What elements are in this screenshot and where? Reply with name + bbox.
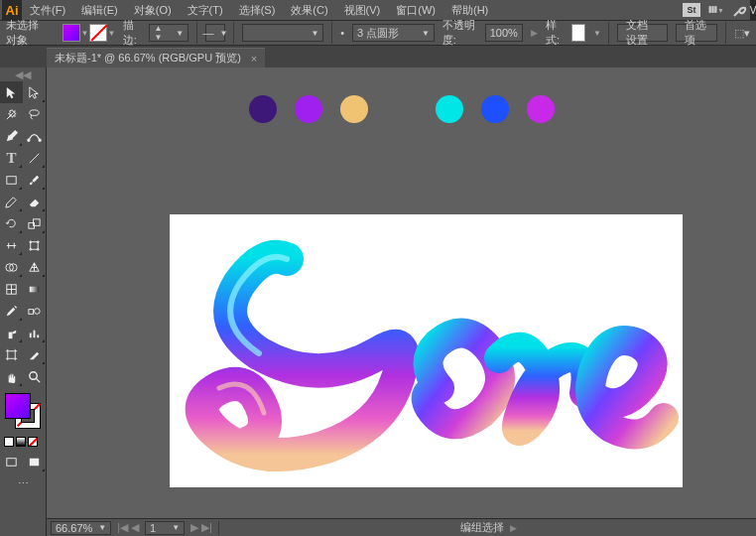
right-edge-char: V: [750, 0, 756, 20]
svg-point-4: [28, 139, 30, 141]
perspective-tool[interactable]: [23, 256, 46, 278]
fill-swatch[interactable]: [63, 24, 80, 42]
page-nav-fwd[interactable]: ▶▶|: [190, 521, 212, 534]
screen-mode-full[interactable]: [23, 451, 46, 472]
magic-wand-tool[interactable]: [0, 103, 23, 125]
fill-box[interactable]: [5, 393, 31, 419]
menu-bar: Ai 文件(F) 编辑(E) 对象(O) 文字(T) 选择(S) 效果(C) 视…: [0, 0, 756, 20]
document-tab[interactable]: 未标题-1* @ 66.67% (RGB/GPU 预览) ×: [47, 48, 265, 67]
document-tab-title: 未标题-1* @ 66.67% (RGB/GPU 预览): [55, 51, 241, 66]
shape-combo[interactable]: 3 点圆形▼: [352, 24, 435, 42]
opacity-label: 不透明度:: [442, 18, 477, 48]
search-icon[interactable]: [732, 2, 748, 18]
free-transform-tool[interactable]: [23, 234, 46, 256]
svg-point-20: [35, 308, 41, 314]
svg-line-6: [30, 153, 39, 162]
swatch-2[interactable]: [295, 95, 322, 123]
canvas-area[interactable]: [47, 67, 756, 518]
svg-rect-25: [8, 350, 16, 358]
swatch-6[interactable]: [527, 95, 555, 123]
style-dropdown[interactable]: ▼: [593, 24, 600, 42]
arrange-icon[interactable]: ▼: [708, 2, 724, 18]
width-tool[interactable]: [0, 234, 23, 256]
swatch-1[interactable]: [249, 95, 277, 123]
rectangle-tool[interactable]: [0, 169, 23, 191]
collapse-icon[interactable]: ◀◀: [0, 67, 46, 81]
page-combo[interactable]: 1▼: [145, 521, 185, 535]
svg-rect-10: [31, 241, 39, 249]
swatch-3[interactable]: [340, 95, 368, 123]
align-icon[interactable]: ⬚▾: [734, 27, 750, 40]
screen-mode-normal[interactable]: [0, 451, 23, 472]
svg-rect-0: [709, 7, 711, 14]
shaper-tool[interactable]: [0, 191, 23, 212]
menu-items: 文件(F) 编辑(E) 对象(O) 文字(T) 选择(S) 效果(C) 视图(V…: [22, 0, 496, 21]
blend-tool[interactable]: [23, 300, 46, 322]
eyedropper-tool[interactable]: [0, 300, 23, 322]
stroke-dropdown[interactable]: ▼: [108, 24, 115, 42]
stock-icon[interactable]: St: [683, 3, 700, 17]
tab-bar: 未标题-1* @ 66.67% (RGB/GPU 预览) ×: [0, 46, 756, 67]
artboard[interactable]: [170, 214, 683, 487]
color-mode-switches[interactable]: [0, 435, 46, 449]
mesh-tool[interactable]: [0, 278, 23, 300]
rotate-tool[interactable]: [0, 212, 23, 234]
svg-rect-21: [9, 332, 13, 338]
brush-combo[interactable]: ▼: [242, 24, 324, 42]
svg-rect-29: [30, 458, 39, 466]
menu-effect[interactable]: 效果(C): [283, 0, 335, 21]
no-selection-label: 未选择对象: [6, 18, 47, 48]
graph-tool[interactable]: [23, 322, 46, 343]
stroke-weight-combo[interactable]: ▲▼▼: [149, 24, 189, 42]
scale-tool[interactable]: [23, 212, 46, 234]
svg-point-26: [30, 371, 38, 379]
zoom-combo[interactable]: 66.67%▼: [51, 521, 111, 535]
curvature-tool[interactable]: [23, 125, 46, 147]
fill-stroke-control[interactable]: [3, 391, 43, 431]
selection-info: 编组选择: [460, 520, 504, 535]
swatch-5[interactable]: [481, 95, 509, 123]
direct-selection-tool[interactable]: [23, 81, 46, 103]
opacity-combo[interactable]: 100%: [485, 24, 523, 42]
menu-view[interactable]: 视图(V): [336, 0, 389, 21]
svg-rect-7: [7, 176, 16, 184]
hand-tool[interactable]: [0, 365, 23, 387]
close-tab-icon[interactable]: ×: [251, 53, 257, 65]
selection-tool[interactable]: [0, 81, 23, 103]
swatch-4[interactable]: [436, 95, 463, 123]
tool-panel: ◀◀ T: [0, 67, 47, 536]
lasso-tool[interactable]: [23, 103, 46, 125]
slice-tool[interactable]: [23, 343, 46, 365]
stroke-swatch[interactable]: [89, 24, 107, 42]
gradient-tool[interactable]: [23, 278, 46, 300]
app-logo: Ai: [2, 0, 22, 20]
opacity-arrow[interactable]: ▶: [531, 28, 538, 38]
menu-type[interactable]: 文字(T): [180, 0, 231, 21]
profile-combo[interactable]: —▼: [205, 24, 225, 42]
menu-edit[interactable]: 编辑(E): [73, 0, 126, 21]
eraser-tool[interactable]: [23, 191, 46, 212]
paintbrush-tool[interactable]: [23, 169, 46, 191]
symbol-sprayer-tool[interactable]: [0, 322, 23, 343]
svg-line-27: [36, 378, 40, 382]
menu-select[interactable]: 选择(S): [231, 0, 284, 21]
type-tool[interactable]: T: [0, 147, 23, 169]
fill-dropdown[interactable]: ▼: [81, 24, 88, 42]
menu-right: St ▼: [683, 2, 754, 18]
swatch-row: [47, 95, 756, 123]
svg-point-5: [39, 139, 41, 141]
artboard-tool[interactable]: [0, 343, 23, 365]
stroke-label: 描边:: [123, 18, 142, 48]
prefs-button[interactable]: 首选项: [676, 24, 718, 42]
doc-setup-button[interactable]: 文档设置: [617, 24, 668, 42]
style-label: 样式:: [546, 18, 565, 48]
zoom-tool[interactable]: [23, 365, 46, 387]
line-tool[interactable]: [23, 147, 46, 169]
shape-builder-tool[interactable]: [0, 256, 23, 278]
edit-toolbar[interactable]: ⋯: [0, 472, 46, 494]
pen-tool[interactable]: [0, 125, 23, 147]
menu-window[interactable]: 窗口(W): [388, 0, 443, 21]
page-nav[interactable]: |◀◀: [117, 521, 139, 534]
love-artwork[interactable]: [170, 214, 683, 487]
style-swatch[interactable]: [571, 24, 585, 42]
